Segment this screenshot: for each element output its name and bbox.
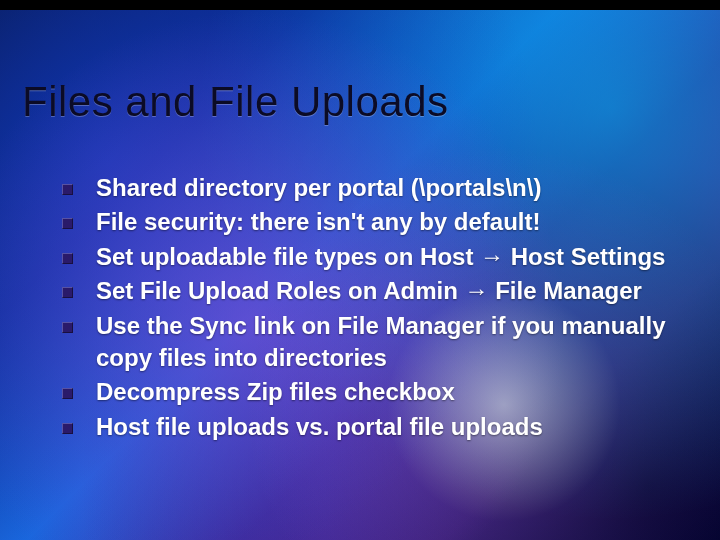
bullet-text: Set uploadable file types on Host → Host… xyxy=(96,243,665,270)
list-item: Use the Sync link on File Manager if you… xyxy=(56,310,680,375)
list-item: Shared directory per portal (\portals\n\… xyxy=(56,172,680,204)
bullet-list: Shared directory per portal (\portals\n\… xyxy=(56,172,680,443)
list-item: Host file uploads vs. portal file upload… xyxy=(56,411,680,443)
bullet-text: Host file uploads vs. portal file upload… xyxy=(96,413,543,440)
list-item: File security: there isn't any by defaul… xyxy=(56,206,680,238)
list-item: Set uploadable file types on Host → Host… xyxy=(56,241,680,273)
slide-body: Shared directory per portal (\portals\n\… xyxy=(56,172,680,445)
slide: Files and File Uploads Shared directory … xyxy=(0,0,720,540)
bullet-text: Shared directory per portal (\portals\n\… xyxy=(96,174,541,201)
list-item: Set File Upload Roles on Admin → File Ma… xyxy=(56,275,680,307)
bullet-text: Set File Upload Roles on Admin → File Ma… xyxy=(96,277,642,304)
list-item: Decompress Zip files checkbox xyxy=(56,376,680,408)
slide-title: Files and File Uploads xyxy=(22,78,449,126)
bullet-text: Use the Sync link on File Manager if you… xyxy=(96,312,665,371)
bullet-text: File security: there isn't any by defaul… xyxy=(96,208,540,235)
top-strip xyxy=(0,0,720,10)
bullet-text: Decompress Zip files checkbox xyxy=(96,378,455,405)
